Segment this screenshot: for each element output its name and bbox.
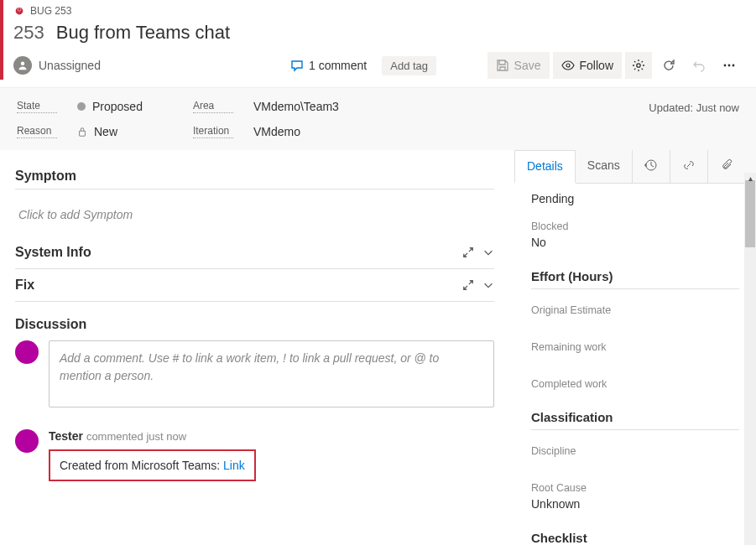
side-tabs: Details Scans <box>514 150 756 184</box>
svg-point-6 <box>728 65 731 67</box>
ellipsis-icon <box>722 59 736 72</box>
work-item-type-color <box>0 0 3 80</box>
root-cause-label: Root Cause <box>531 482 739 494</box>
original-estimate-label[interactable]: Original Estimate <box>531 304 739 316</box>
discipline-label[interactable]: Discipline <box>531 445 739 457</box>
breadcrumb: BUG 253 <box>30 5 71 17</box>
blocked-label: Blocked <box>531 221 739 232</box>
updated-text: Updated: Just now <box>649 100 739 114</box>
effort-heading: Effort (Hours) <box>531 269 739 289</box>
lock-icon <box>77 127 87 137</box>
completed-work-label[interactable]: Completed work <box>531 378 739 390</box>
svg-point-1 <box>18 8 21 11</box>
chevron-down-icon[interactable] <box>482 247 494 258</box>
history-icon <box>644 158 658 172</box>
undo-button <box>686 52 712 79</box>
undo-icon <box>692 59 706 72</box>
checklist-heading: Checklist <box>531 531 739 545</box>
divider <box>15 189 494 189</box>
gear-icon <box>632 59 645 72</box>
refresh-button[interactable] <box>655 52 682 79</box>
blocked-value[interactable]: No <box>531 236 739 249</box>
comments-link[interactable]: 1 comment <box>290 59 367 72</box>
follow-button[interactable]: Follow <box>553 52 622 79</box>
area-value[interactable]: VMdemo\Team3 <box>253 100 339 113</box>
work-item-title[interactable]: Bug from Teams chat <box>56 22 230 44</box>
teams-link[interactable]: Link <box>223 459 245 472</box>
comment-header: Tester commented just now <box>49 429 494 443</box>
assignee-picker[interactable]: Unassigned <box>13 56 290 75</box>
tab-details[interactable]: Details <box>514 150 576 184</box>
svg-point-4 <box>637 64 640 67</box>
save-icon <box>496 59 509 72</box>
svg-point-2 <box>21 62 25 66</box>
symptom-heading: Symptom <box>15 169 494 184</box>
svg-point-5 <box>724 65 727 67</box>
assignee-label: Unassigned <box>39 59 101 72</box>
discussion-heading: Discussion <box>15 317 494 332</box>
iteration-value[interactable]: VMdemo <box>253 125 300 138</box>
system-info-section[interactable]: System Info <box>15 236 494 269</box>
iteration-label: Iteration <box>193 125 233 138</box>
state-label: State <box>17 100 57 113</box>
refresh-icon <box>662 59 675 72</box>
expand-icon[interactable] <box>462 247 474 258</box>
user-avatar <box>15 340 39 364</box>
reason-label: Reason <box>17 125 57 138</box>
tab-scans[interactable]: Scans <box>576 150 633 183</box>
symptom-placeholder[interactable]: Click to add Symptom <box>15 201 494 236</box>
expand-icon[interactable] <box>462 279 474 291</box>
svg-rect-8 <box>80 131 86 136</box>
classification-heading: Classification <box>531 410 739 430</box>
person-icon <box>13 56 32 75</box>
scroll-up-arrow[interactable]: ▴ <box>744 173 756 184</box>
bug-icon <box>13 5 25 17</box>
attachment-icon <box>720 158 733 172</box>
more-actions-button[interactable] <box>716 52 743 79</box>
svg-point-7 <box>733 65 735 67</box>
svg-point-3 <box>566 64 570 67</box>
add-tag-button[interactable]: Add tag <box>382 56 436 75</box>
tab-links[interactable] <box>670 150 708 183</box>
comment-author: Tester <box>49 429 83 443</box>
reason-value[interactable]: New <box>77 125 117 138</box>
pending-value: Pending <box>531 192 739 205</box>
area-label: Area <box>193 100 233 113</box>
remaining-work-label[interactable]: Remaining work <box>531 341 739 353</box>
root-cause-value[interactable]: Unknown <box>531 497 739 511</box>
fix-section[interactable]: Fix <box>15 269 494 302</box>
comment-input[interactable]: Add a comment. Use # to link a work item… <box>49 340 494 407</box>
state-dot-icon <box>77 102 86 111</box>
settings-button[interactable] <box>625 52 652 79</box>
comment-body: Created from Microsoft Teams: Link <box>49 449 256 481</box>
scrollbar-thumb[interactable] <box>745 180 755 247</box>
save-button: Save <box>487 52 550 79</box>
work-item-id: 253 <box>13 22 44 44</box>
eye-icon <box>561 59 575 72</box>
link-icon <box>682 158 696 172</box>
tab-history[interactable] <box>633 150 670 183</box>
chevron-down-icon[interactable] <box>482 279 494 291</box>
commenter-avatar <box>15 429 39 453</box>
state-value[interactable]: Proposed <box>77 100 143 113</box>
tab-attachments[interactable] <box>708 150 745 183</box>
comment-timestamp: commented just now <box>86 430 186 443</box>
comment-count: 1 comment <box>309 59 367 72</box>
